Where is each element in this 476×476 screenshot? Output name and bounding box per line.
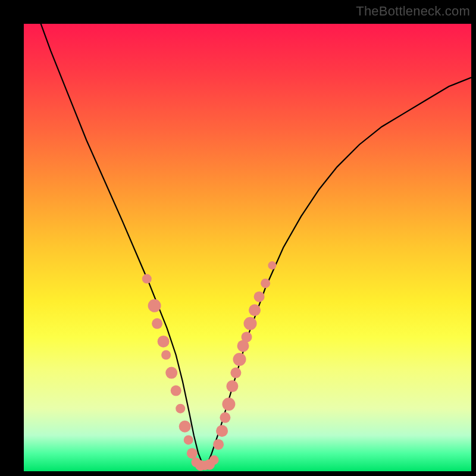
data-point [261, 278, 270, 288]
data-point [249, 304, 261, 316]
data-point [254, 292, 265, 302]
plot-area [24, 24, 471, 471]
data-point [233, 353, 246, 366]
data-point [242, 331, 252, 342]
data-point [216, 425, 228, 437]
data-point [158, 336, 170, 347]
data-point [142, 274, 152, 284]
data-point [171, 386, 181, 396]
data-point [209, 455, 219, 465]
data-point [230, 368, 241, 378]
data-point [226, 380, 238, 392]
data-point [184, 435, 193, 444]
data-point [152, 318, 162, 329]
data-point [179, 421, 191, 433]
data-point [222, 397, 235, 411]
data-point [148, 299, 161, 312]
chart-svg [24, 24, 471, 471]
data-point [268, 261, 276, 270]
data-point [220, 412, 230, 423]
bottleneck-curve [33, 24, 471, 465]
data-point [213, 439, 224, 450]
watermark-text: TheBottleneck.com [356, 4, 470, 19]
data-point [244, 317, 257, 330]
data-point [176, 404, 185, 414]
chart-frame: TheBottleneck.com [0, 0, 476, 476]
data-point [187, 448, 198, 459]
data-markers [142, 261, 277, 471]
data-point [165, 367, 177, 379]
data-point [161, 350, 171, 360]
